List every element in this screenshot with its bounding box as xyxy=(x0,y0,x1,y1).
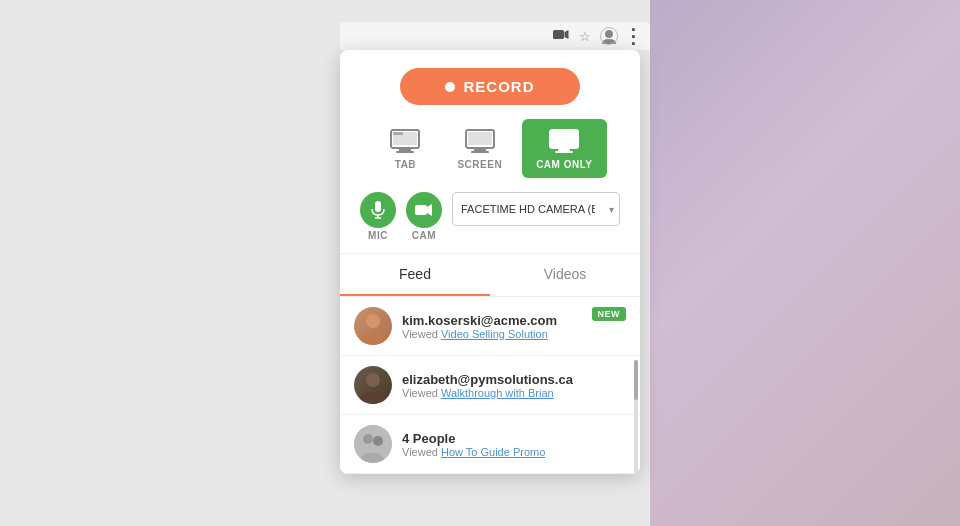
star-icon[interactable]: ☆ xyxy=(576,27,594,45)
tab-feed[interactable]: Feed xyxy=(340,254,490,296)
feed-viewed-2: Viewed Walkthrough with Brian xyxy=(402,387,626,399)
mic-toggle-button[interactable] xyxy=(360,192,396,228)
tab-videos[interactable]: Videos xyxy=(490,254,640,296)
feed-link-2[interactable]: Walkthrough with Brian xyxy=(441,387,554,399)
svg-rect-6 xyxy=(396,151,414,153)
svg-rect-11 xyxy=(471,151,489,153)
feed-email-2: elizabeth@pymsolutions.ca xyxy=(402,372,626,387)
avatar-1 xyxy=(354,307,392,345)
avatar-3 xyxy=(354,425,392,463)
mode-cam-only-button[interactable]: CAM ONLY xyxy=(522,119,606,178)
mic-toggle-group: MIC xyxy=(360,192,396,241)
new-badge-1: NEW xyxy=(592,307,627,321)
video-extension-icon xyxy=(552,27,570,45)
svg-rect-17 xyxy=(375,201,381,212)
record-section: RECORD TAB xyxy=(340,50,640,254)
cam-only-mode-label: CAM ONLY xyxy=(536,159,592,170)
svg-rect-20 xyxy=(415,205,427,215)
screen-mode-icon xyxy=(462,127,498,155)
record-dot xyxy=(445,82,455,92)
camera-select[interactable]: FACETIME HD CAMERA (BUIL... xyxy=(452,192,620,226)
feed-info-2: elizabeth@pymsolutions.ca Viewed Walkthr… xyxy=(402,372,626,399)
camera-select-wrapper: FACETIME HD CAMERA (BUIL... ▾ xyxy=(452,192,620,226)
cam-toggle-group: CAM xyxy=(406,192,442,241)
svg-rect-15 xyxy=(555,151,573,153)
svg-rect-12 xyxy=(468,132,492,145)
svg-point-23 xyxy=(366,373,380,387)
feed-item-2: elizabeth@pymsolutions.ca Viewed Walkthr… xyxy=(340,356,640,415)
feed-link-3[interactable]: How To Guide Promo xyxy=(441,446,545,458)
mode-tab-button[interactable]: TAB xyxy=(373,119,437,178)
svg-rect-10 xyxy=(474,148,486,151)
svg-rect-0 xyxy=(553,30,564,39)
feed-email-3: 4 People xyxy=(402,431,626,446)
feed-tabs: Feed Videos xyxy=(340,254,640,297)
mic-label: MIC xyxy=(368,230,388,241)
feed-list: kim.koserski@acme.com Viewed Video Selli… xyxy=(340,297,640,474)
feed-link-1[interactable]: Video Selling Solution xyxy=(441,328,548,340)
svg-marker-1 xyxy=(565,30,569,39)
tab-mode-icon xyxy=(387,127,423,155)
svg-rect-8 xyxy=(393,132,403,135)
feed-item-3: 4 People Viewed How To Guide Promo xyxy=(340,415,640,474)
svg-point-25 xyxy=(363,434,373,444)
mode-selector: TAB SCREEN xyxy=(373,119,606,178)
feed-info-3: 4 People Viewed How To Guide Promo xyxy=(402,431,626,458)
recording-popup: RECORD TAB xyxy=(340,50,640,474)
cam-toggle-button[interactable] xyxy=(406,192,442,228)
svg-point-22 xyxy=(366,314,380,328)
cam-label: CAM xyxy=(412,230,436,241)
feed-viewed-3: Viewed How To Guide Promo xyxy=(402,446,626,458)
menu-icon[interactable]: ⋮ xyxy=(624,27,642,45)
record-label: RECORD xyxy=(463,78,534,95)
record-button[interactable]: RECORD xyxy=(400,68,580,105)
browser-toolbar: ☆ ⋮ xyxy=(340,22,650,50)
input-row: MIC CAM FACETIME HD CAMERA (BUIL... ▾ xyxy=(360,192,620,241)
svg-point-26 xyxy=(373,436,383,446)
avatar-2 xyxy=(354,366,392,404)
cam-only-mode-icon xyxy=(546,127,582,155)
tab-mode-label: TAB xyxy=(395,159,416,170)
svg-rect-14 xyxy=(558,148,570,151)
scrollbar-thumb[interactable] xyxy=(634,360,638,400)
svg-point-2 xyxy=(605,30,613,38)
profile-icon[interactable] xyxy=(600,27,618,45)
screen-background xyxy=(650,0,960,526)
scrollbar-track xyxy=(634,360,638,474)
mode-screen-button[interactable]: SCREEN xyxy=(443,119,516,178)
feed-viewed-1: Viewed Video Selling Solution xyxy=(402,328,626,340)
svg-marker-21 xyxy=(427,204,432,216)
screen-mode-label: SCREEN xyxy=(457,159,502,170)
feed-item-1: kim.koserski@acme.com Viewed Video Selli… xyxy=(340,297,640,356)
svg-rect-5 xyxy=(399,148,411,151)
